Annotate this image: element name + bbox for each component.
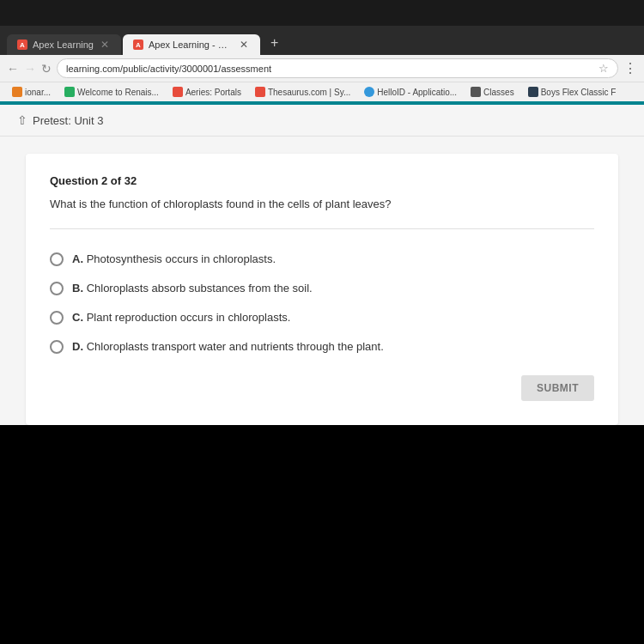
bookmarks-bar: ionar... Welcome to Renais... Aeries: Po… [0, 82, 644, 101]
question-number: Question 2 of 32 [50, 174, 594, 187]
tabs-row: A Apex Learning ✕ A Apex Learning - Cour… [7, 31, 637, 55]
option-d-content: Chloroplasts transport water and nutrien… [87, 340, 384, 353]
bookmark-ionar[interactable]: ionar... [7, 85, 56, 99]
bookmark-label-aeries: Aeries: Portals [185, 88, 241, 97]
option-a-text: A. Photosynthesis occurs in chloroplasts… [72, 252, 276, 267]
question-text: What is the function of chloroplasts fou… [50, 196, 594, 213]
option-c[interactable]: C. Plant reproduction occurs in chloropl… [50, 303, 594, 332]
bookmark-label-classes: Classes [483, 88, 514, 97]
breadcrumb-label: Pretest: Unit 3 [33, 114, 103, 127]
bookmark-boys-flex[interactable]: Boys Flex Classic F [523, 85, 622, 99]
bookmark-label-boys-flex: Boys Flex Classic F [541, 88, 617, 97]
question-divider [50, 228, 594, 229]
bookmark-icon-boys-flex [528, 87, 538, 97]
bookmark-helloid[interactable]: HelloID - Applicatio... [359, 85, 462, 99]
tab-apex-courses[interactable]: A Apex Learning - Courses ✕ [123, 34, 260, 55]
tab-apex-learning[interactable]: A Apex Learning ✕ [7, 34, 121, 55]
bookmark-icon-aeries [173, 87, 183, 97]
bookmark-icon-renais [64, 87, 75, 97]
bookmark-icon-helloid [364, 87, 374, 97]
main-content: ⇧ Pretest: Unit 3 Question 2 of 32 What … [0, 105, 644, 425]
tab-label-1: Apex Learning [33, 39, 94, 50]
top-black-bar [0, 0, 644, 26]
question-card: Question 2 of 32 What is the function of… [26, 154, 618, 425]
bookmark-label-thesaurus: Thesaurus.com | Sy... [268, 88, 350, 97]
tab-close-2[interactable]: ✕ [238, 39, 250, 51]
option-d[interactable]: D. Chloroplasts transport water and nutr… [50, 332, 594, 361]
bookmark-label-ionar: ionar... [25, 88, 51, 97]
option-b[interactable]: B. Chloroplasts absorb substances from t… [50, 274, 594, 303]
forward-icon[interactable]: → [24, 62, 36, 76]
option-a-content: Photosynthesis occurs in chloroplasts. [87, 252, 276, 265]
bookmark-label-helloid: HelloID - Applicatio... [377, 88, 457, 97]
option-c-text: C. Plant reproduction occurs in chloropl… [72, 310, 290, 325]
address-text: learning.com/public/activity/3000001/ass… [66, 64, 271, 74]
bookmark-classes[interactable]: Classes [465, 85, 519, 99]
submit-row: SUBMIT [50, 361, 594, 404]
browser-tabs-area: A Apex Learning ✕ A Apex Learning - Cour… [0, 26, 644, 55]
tab-label-2: Apex Learning - Courses [149, 39, 233, 50]
bookmark-label-renais: Welcome to Renais... [77, 88, 159, 97]
option-d-text: D. Chloroplasts transport water and nutr… [72, 339, 384, 355]
radio-d[interactable] [50, 340, 64, 354]
radio-b[interactable] [50, 282, 64, 295]
option-d-letter: D. [72, 340, 87, 353]
address-bar[interactable]: learning.com/public/activity/3000001/ass… [57, 58, 618, 78]
reload-icon[interactable]: ↻ [41, 62, 52, 76]
option-b-text: B. Chloroplasts absorb substances from t… [72, 281, 313, 296]
menu-icon[interactable]: ⋮ [623, 60, 637, 76]
bookmark-star-icon[interactable]: ☆ [598, 62, 609, 75]
option-a-letter: A. [72, 252, 87, 265]
radio-c[interactable] [50, 311, 64, 325]
option-b-content: Chloroplasts absorb substances from the … [87, 282, 313, 295]
back-icon[interactable]: ← [7, 62, 19, 76]
bookmark-aeries[interactable]: Aeries: Portals [167, 85, 246, 99]
breadcrumb-icon: ⇧ [17, 113, 27, 127]
breadcrumb-bar: ⇧ Pretest: Unit 3 [0, 105, 644, 137]
option-a[interactable]: A. Photosynthesis occurs in chloroplasts… [50, 245, 594, 274]
option-c-content: Plant reproduction occurs in chloroplast… [87, 311, 291, 324]
bookmark-icon-ionar [12, 87, 22, 97]
bookmark-renais[interactable]: Welcome to Renais... [59, 85, 164, 99]
tab-icon-apex: A [17, 39, 27, 50]
new-tab-button[interactable]: + [262, 31, 287, 55]
option-b-letter: B. [72, 282, 87, 295]
tab-icon-apex-2: A [133, 39, 143, 50]
submit-button[interactable]: SUBMIT [521, 375, 594, 401]
bookmark-icon-thesaurus [255, 87, 265, 97]
option-c-letter: C. [72, 311, 87, 324]
tab-close-1[interactable]: ✕ [99, 39, 111, 51]
bookmark-thesaurus[interactable]: Thesaurus.com | Sy... [250, 85, 355, 99]
radio-a[interactable] [50, 252, 64, 266]
address-row: ← → ↻ learning.com/public/activity/30000… [0, 55, 644, 82]
bookmark-icon-classes [471, 87, 481, 97]
